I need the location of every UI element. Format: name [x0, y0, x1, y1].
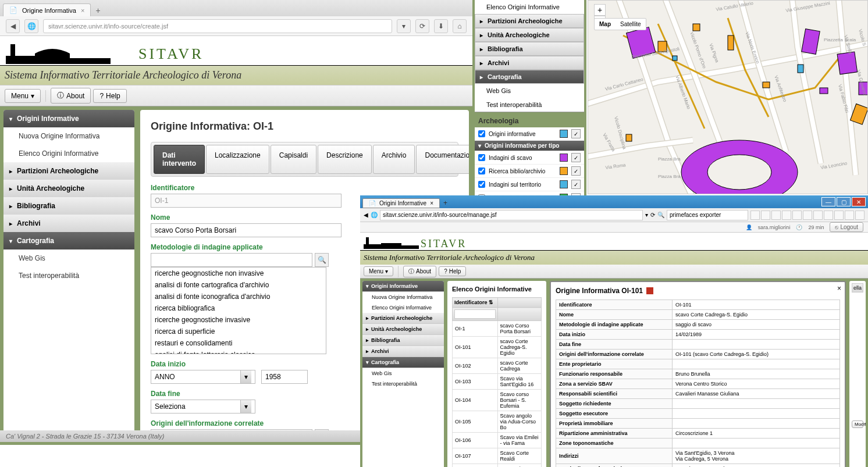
dropdown-item[interactable]: analisi di fonte letteraria classica [151, 349, 326, 354]
sidebar-item[interactable]: ▾Cartografia [3, 232, 134, 249]
sidebar-item[interactable]: Elenco Origini Informative [475, 0, 584, 14]
tool-icon[interactable] [792, 211, 802, 220]
sidebar-item[interactable]: ▸Unità Archeologiche [3, 180, 134, 197]
help-button[interactable]: ? Help [93, 89, 126, 103]
layer-row[interactable]: Indagini di scavo✓ [475, 151, 584, 165]
data-fine-select[interactable]: Seleziona▾ [151, 400, 255, 413]
dropdown-item[interactable]: analisi di fonte cartografica d'archivio [151, 279, 326, 291]
sidebar-child[interactable]: Elenco Origini Informative [3, 145, 134, 162]
tab[interactable]: Documentazione [416, 145, 469, 174]
layer-row[interactable]: ▾Origini informative per tipo [475, 141, 584, 151]
maximize-button[interactable]: ▢ [837, 197, 851, 206]
sidebar-item[interactable]: ▸Unità Archeologiche [362, 324, 444, 335]
minimize-button[interactable]: — [821, 197, 835, 206]
sidebar-item[interactable]: ▸Unità Archeologiche [475, 28, 584, 42]
sidebar-item[interactable]: ▸Archivi [3, 215, 134, 232]
col-header[interactable]: Identificatore ⇅ [453, 298, 498, 308]
tool-icon[interactable] [771, 211, 781, 220]
sidebar-item[interactable]: ▸Archivi [362, 346, 444, 357]
dropdown-icon[interactable]: ▾ [645, 212, 648, 218]
layer-row[interactable]: Indagini sul territorio✓ [475, 178, 584, 191]
modifica-button[interactable]: Modifica [852, 420, 863, 428]
tool-icon[interactable] [782, 211, 791, 220]
pdf-icon[interactable] [646, 287, 653, 294]
sidebar-item[interactable]: ▾Cartografia [362, 357, 444, 368]
sidebar-item[interactable]: Test interoperabilità [475, 98, 584, 112]
sidebar-item[interactable]: ▾Origini Informative [3, 110, 134, 127]
browser-tab[interactable]: 📄Origini Informative× [362, 198, 440, 208]
tab[interactable]: Capisaldi [271, 145, 316, 174]
sidebar-item[interactable]: ▸Partizioni Archeologiche [3, 162, 134, 180]
sidebar-item[interactable]: ▸Bibliografia [362, 335, 444, 346]
tool-icon[interactable] [761, 211, 770, 220]
close-button[interactable]: ✕ [852, 197, 866, 206]
url-input[interactable] [380, 210, 643, 220]
data-inizio-type-select[interactable]: ANNO▾ [151, 370, 255, 384]
tool-icon[interactable] [845, 211, 854, 220]
tool-icon[interactable] [855, 211, 865, 220]
back-button[interactable]: ◀ [6, 19, 20, 33]
sidebar-item[interactable]: ▸Bibliografia [475, 42, 584, 56]
tab[interactable]: Descrizione [318, 145, 372, 174]
sidebar-child[interactable]: Nuova Origine Informativa [362, 292, 444, 302]
sidebar-child[interactable]: Elenco Origini Informative [362, 302, 444, 313]
filter-input[interactable] [454, 309, 496, 319]
tool-icon[interactable] [824, 211, 833, 220]
sidebar-item[interactable]: ▸Partizioni Archeologiche [362, 313, 444, 324]
browser-tab[interactable]: 📄 Origine Informativa × [3, 3, 91, 16]
sidebar-child[interactable]: Web Gis [3, 249, 134, 267]
about-button[interactable]: ⓘ About [403, 266, 436, 277]
logout-button[interactable]: ⎋ Logout [830, 222, 863, 232]
table-row[interactable]: OI-104Scavo corso Borsari - S. Eufemia [453, 390, 542, 411]
apply-button[interactable]: ✓ [571, 166, 581, 176]
table-row[interactable]: OI-106Scavo via Emilei - via Fama [453, 433, 542, 448]
identificatore-input[interactable] [151, 194, 341, 208]
reload-button[interactable]: ⟳ [415, 19, 429, 33]
tool-icon[interactable] [803, 211, 812, 220]
apply-button[interactable]: ✓ [571, 153, 581, 162]
dropdown-icon[interactable]: ▾ [397, 19, 411, 33]
layer-checkbox[interactable] [478, 130, 485, 137]
data-inizio-year[interactable] [261, 370, 308, 384]
table-row[interactable]: OI-1scavo Corso Porta Borsari [453, 321, 542, 337]
dropdown-item[interactable]: ricerca bibliografica [151, 302, 326, 314]
sidebar-item[interactable]: ▾Origini Informative [362, 281, 444, 292]
sidebar-item[interactable]: ▸Bibliografia [3, 197, 134, 215]
close-icon[interactable]: × [837, 284, 841, 293]
layer-checkbox[interactable] [478, 154, 485, 161]
menu-button[interactable]: Menu ▾ [364, 266, 393, 276]
apply-button[interactable]: ✓ [571, 129, 581, 138]
tab[interactable]: Archivio [373, 145, 415, 174]
table-row[interactable]: OI-101scavo Corte Cadrega-S. Egidio [453, 337, 542, 358]
close-icon[interactable]: × [81, 7, 84, 14]
table-row[interactable]: OI-107Scavo Corte Realdi [453, 448, 542, 464]
tab[interactable]: Localizzazione [206, 145, 269, 174]
tool-icon[interactable] [813, 211, 823, 220]
metodologie-search[interactable] [151, 253, 312, 267]
reload-button[interactable]: ⟳ [650, 212, 655, 218]
help-button[interactable]: ? Help [439, 266, 466, 276]
download-icon[interactable]: ⬇ [434, 19, 448, 33]
tool-icon[interactable] [834, 211, 844, 220]
dropdown-item[interactable]: analisi di fonte iconografica d'archivio [151, 291, 326, 302]
dropdown-item[interactable]: ricerca di superficie [151, 326, 326, 337]
close-icon[interactable]: × [430, 200, 433, 206]
search-button[interactable]: 🔍 [315, 253, 329, 267]
table-row[interactable]: OI-103Scavo via Sant'Egidio 16 [453, 374, 542, 390]
layer-row[interactable]: Ricerca biblio/archivio✓ [475, 165, 584, 178]
search-input[interactable] [667, 210, 748, 220]
url-input[interactable] [43, 19, 392, 33]
sidebar-child[interactable]: Test interoperabilità [362, 379, 444, 389]
new-tab-button[interactable]: + [91, 5, 105, 16]
menu-button[interactable]: Menu ▾ [5, 89, 41, 103]
zoom-in-button[interactable]: + [594, 4, 606, 16]
back-button[interactable]: ◀ [364, 212, 368, 218]
tool-icon[interactable] [750, 211, 760, 220]
table-row[interactable]: OI-105Scavo angolo via Adua-Corso Bo [453, 411, 542, 433]
tab[interactable]: Dati intervento [154, 145, 205, 174]
sidebar-item[interactable]: ▸Archivi [475, 56, 584, 70]
dropdown-item[interactable]: ricerche geognostiche invasive [151, 314, 326, 326]
metodologie-dropdown[interactable]: ricerche geognostiche non invasiveanalis… [151, 267, 326, 354]
dropdown-item[interactable]: ricerche geognostiche non invasive [151, 268, 326, 279]
nome-input[interactable] [151, 223, 341, 237]
